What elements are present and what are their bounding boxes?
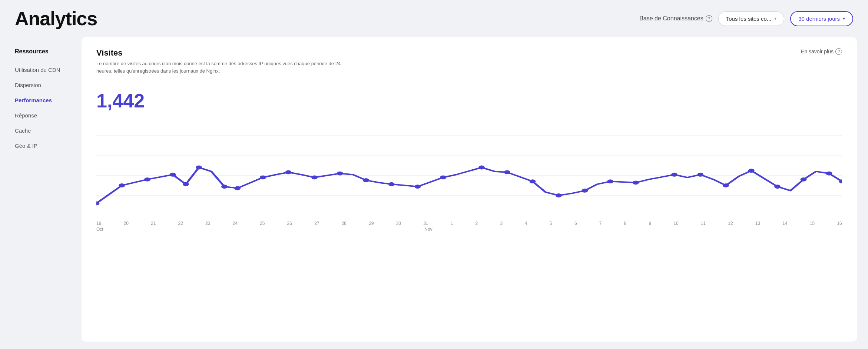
total-visits: 1,442 [96, 90, 842, 112]
svg-point-9 [196, 166, 202, 170]
sidebar-item-reponse[interactable]: Réponse [15, 108, 74, 123]
month-nov: Nov [424, 227, 432, 232]
month-oct: Oct [96, 227, 103, 232]
svg-point-33 [826, 172, 832, 176]
header: Analytics Base de Connaissances ? Tous l… [0, 0, 868, 37]
content-area: Visites En savoir plus ? Le nombre de vi… [82, 37, 857, 342]
svg-point-26 [633, 181, 639, 185]
svg-point-18 [414, 185, 421, 189]
chart-description: Le nombre de visites au cours d'un mois … [96, 60, 356, 74]
svg-point-23 [556, 193, 562, 197]
svg-point-7 [170, 173, 176, 177]
knowledge-base-help-icon[interactable]: ? [706, 15, 712, 22]
svg-point-31 [774, 185, 781, 189]
sidebar: Ressources Utilisation du CDN Dispersion… [0, 37, 82, 342]
divider [96, 82, 842, 82]
svg-point-32 [801, 177, 807, 182]
svg-point-8 [183, 182, 189, 186]
sidebar-section-title: Ressources [15, 48, 74, 55]
svg-point-13 [285, 170, 292, 174]
learn-more-icon[interactable]: ? [835, 48, 842, 55]
svg-point-14 [311, 176, 318, 180]
svg-point-28 [697, 173, 703, 177]
svg-point-25 [607, 179, 613, 183]
svg-point-27 [671, 173, 677, 177]
svg-point-20 [478, 166, 485, 170]
sidebar-item-performances[interactable]: Performances [15, 93, 74, 108]
x-axis-dates: 19 20 21 22 23 24 25 26 27 28 29 30 31 1… [96, 219, 842, 226]
svg-point-6 [144, 177, 150, 182]
knowledge-base-label: Base de Connaissances ? [639, 15, 712, 22]
svg-point-15 [337, 172, 343, 176]
section-header: Visites En savoir plus ? [96, 48, 842, 58]
learn-more-link[interactable]: En savoir plus ? [801, 48, 842, 55]
svg-point-10 [221, 185, 228, 189]
visits-chart [96, 116, 842, 219]
sidebar-item-geoip[interactable]: Géo & IP [15, 138, 74, 153]
svg-point-5 [119, 183, 125, 187]
svg-point-24 [582, 189, 588, 193]
sites-dropdown[interactable]: Tous les sites co... ▾ [718, 11, 785, 26]
page-title: Analytics [15, 7, 97, 30]
chart-svg [96, 116, 842, 219]
sidebar-item-cache[interactable]: Cache [15, 123, 74, 138]
svg-point-17 [388, 182, 395, 186]
header-controls: Base de Connaissances ? Tous les sites c… [639, 11, 853, 26]
svg-point-29 [723, 183, 729, 187]
chart-section-title: Visites [96, 48, 123, 58]
x-axis-months: Oct Nov [96, 226, 842, 227]
svg-point-21 [504, 170, 510, 174]
svg-point-22 [530, 179, 536, 183]
svg-point-19 [440, 176, 446, 180]
svg-point-16 [363, 178, 369, 182]
svg-point-30 [748, 169, 755, 173]
days-dropdown[interactable]: 30 derniers jours ▾ [790, 11, 853, 26]
app-layout: Analytics Base de Connaissances ? Tous l… [0, 0, 868, 349]
sidebar-item-dispersion[interactable]: Dispersion [15, 77, 74, 93]
sites-chevron-icon: ▾ [774, 16, 776, 21]
sidebar-item-cdn[interactable]: Utilisation du CDN [15, 62, 74, 77]
svg-point-12 [260, 176, 266, 180]
days-chevron-icon: ▾ [843, 16, 845, 21]
main-content: Ressources Utilisation du CDN Dispersion… [0, 37, 868, 349]
svg-point-11 [234, 186, 241, 190]
